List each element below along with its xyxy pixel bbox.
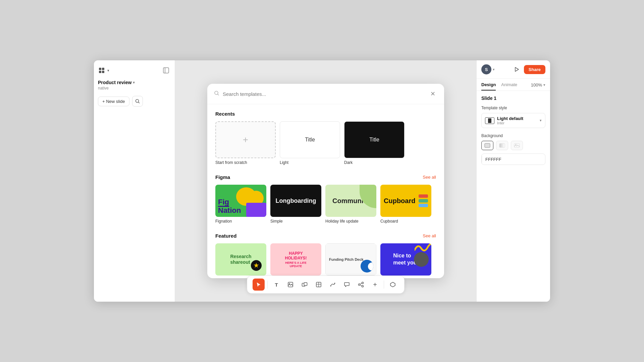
background-label: Background [481, 133, 545, 138]
draw-tool-button[interactable] [327, 279, 339, 291]
template-card-cupboard[interactable]: Cupboard Cupboard [380, 185, 431, 224]
svg-point-17 [330, 286, 331, 287]
right-panel-top: S ▾ Share [477, 60, 550, 79]
template-card-dark[interactable]: Title Dark [344, 121, 405, 165]
holiday-thumb: Community [325, 185, 376, 217]
bg-image-option[interactable] [511, 141, 523, 150]
funding-text: Funding Pitch Deck [329, 257, 364, 261]
background-color-chevron[interactable]: ▾ [545, 157, 545, 162]
project-name[interactable]: Product review ▾ [98, 80, 171, 85]
toolbar-separator1 [267, 281, 268, 289]
speech-tool-button[interactable] [341, 279, 353, 291]
svg-rect-1 [102, 68, 104, 70]
svg-rect-0 [99, 68, 101, 70]
figma-templates-grid: FigNation Fignation Longboarding [215, 185, 436, 224]
modal-body: Recents + Start from scratch Title [207, 104, 444, 278]
template-card-funding[interactable]: Funding Pitch Deck Funding Pitch Deck [325, 243, 376, 278]
template-style-selector[interactable]: Light default Inter ▾ [481, 113, 545, 128]
dark-label: Dark [344, 160, 405, 165]
panel-toggle-icon[interactable] [161, 66, 171, 75]
fignation-thumb: FigNation [215, 185, 266, 217]
svg-line-7 [138, 102, 139, 103]
svg-rect-25 [485, 143, 490, 147]
app-window: ▾ Product review ▾ native + New slide [94, 60, 550, 302]
svg-rect-4 [163, 68, 169, 73]
featured-section-header: Featured See all [215, 233, 436, 239]
cupboard-bar2 [419, 199, 428, 202]
light-thumb-title: Title [305, 137, 315, 143]
template-card-light[interactable]: Title Light [280, 121, 340, 165]
template-style-chevron: ▾ [540, 118, 542, 123]
recents-label: Recents [215, 111, 235, 117]
research-star-inner [254, 263, 259, 268]
slide-label: Slide 1 [481, 96, 545, 101]
background-options [481, 141, 545, 150]
cupboard-bars [419, 194, 428, 207]
figma-see-all-link[interactable]: See all [423, 175, 436, 180]
text-tool-button[interactable]: T [270, 279, 282, 291]
figma-label: Figma [215, 174, 230, 180]
holidays-text2: HERE'S A LIFEUPDATE [285, 261, 306, 268]
cupboard-text: Cupboard [384, 197, 417, 205]
funding-circle [361, 260, 373, 273]
background-color-input[interactable] [482, 157, 545, 162]
template-card-simple[interactable]: Longboarding Simple [270, 185, 321, 224]
tab-design[interactable]: Design [481, 82, 496, 90]
pointer-tool-button[interactable] [253, 279, 265, 291]
template-card-holiday[interactable]: Community Holiday life update [325, 185, 376, 224]
svg-line-23 [360, 285, 362, 286]
tab-animate[interactable]: Animate [501, 82, 517, 90]
share-button[interactable]: Share [524, 65, 545, 74]
zoom-level: 100% [531, 82, 542, 87]
bg-gradient-option[interactable] [496, 141, 508, 150]
cupboard-thumb: Cupboard [380, 185, 431, 217]
featured-label: Featured [215, 233, 236, 239]
bg-solid-option[interactable] [481, 141, 493, 150]
template-card-research[interactable]: Researchshareout Research shareout [215, 243, 266, 278]
mask-tool-button[interactable] [387, 279, 399, 291]
panel-body: Slide 1 Template style Light default Int… [477, 91, 550, 302]
recents-row: + Start from scratch Title Light [215, 121, 436, 165]
project-name-text: Product review [98, 80, 131, 85]
template-card-scratch[interactable]: + Start from scratch [215, 121, 276, 165]
holiday-shape [360, 185, 376, 208]
featured-see-all-link[interactable]: See all [423, 233, 436, 238]
bottom-toolbar: T [247, 276, 405, 294]
fignation-purple [246, 203, 266, 217]
template-search-input[interactable] [223, 91, 425, 97]
template-card-fignation[interactable]: FigNation Fignation [215, 185, 266, 224]
search-slides-button[interactable] [132, 96, 143, 107]
shapes-tool-button[interactable] [299, 279, 311, 291]
holiday-label: Holiday life update [325, 219, 376, 224]
holidays2-thumb: HAPPYHOLIDAYS! HERE'S A LIFEUPDATE [270, 243, 321, 276]
modal-close-button[interactable]: ✕ [428, 89, 437, 99]
play-button[interactable] [512, 65, 521, 74]
user-avatar[interactable]: S [481, 64, 491, 74]
simple-thumb: Longboarding [270, 185, 321, 217]
sidebar-logo-chevron: ▾ [107, 68, 109, 73]
svg-point-18 [334, 283, 335, 284]
simple-text: Longboarding [276, 197, 316, 204]
add-tool-button[interactable]: + [369, 279, 381, 291]
zoom-control[interactable]: 100% ▾ [531, 82, 545, 87]
svg-marker-24 [515, 67, 519, 71]
scratch-thumb: + [215, 121, 276, 158]
template-card-holidays2[interactable]: HAPPYHOLIDAYS! HERE'S A LIFEUPDATE Holid… [270, 243, 321, 278]
connector-tool-button[interactable] [355, 279, 367, 291]
svg-point-21 [362, 286, 364, 287]
featured-grid: Researchshareout Research shareout [215, 243, 436, 278]
new-slide-button[interactable]: + New slide [98, 97, 129, 106]
research-thumb: Researchshareout [215, 243, 266, 276]
dark-thumb: Title [344, 121, 405, 158]
svg-point-20 [362, 282, 364, 284]
sidebar-logo-area[interactable]: ▾ [98, 67, 109, 74]
avatar-row: S ▾ [481, 64, 495, 74]
table-tool-button[interactable] [313, 279, 325, 291]
scratch-label: Start from scratch [215, 160, 276, 165]
svg-point-11 [289, 283, 290, 284]
template-card-nice[interactable]: Nice tomeet you! Holiday life update [380, 243, 431, 278]
svg-rect-13 [304, 283, 307, 286]
image-tool-button[interactable] [284, 279, 297, 291]
light-label: Light [280, 160, 340, 165]
svg-rect-26 [499, 143, 505, 147]
